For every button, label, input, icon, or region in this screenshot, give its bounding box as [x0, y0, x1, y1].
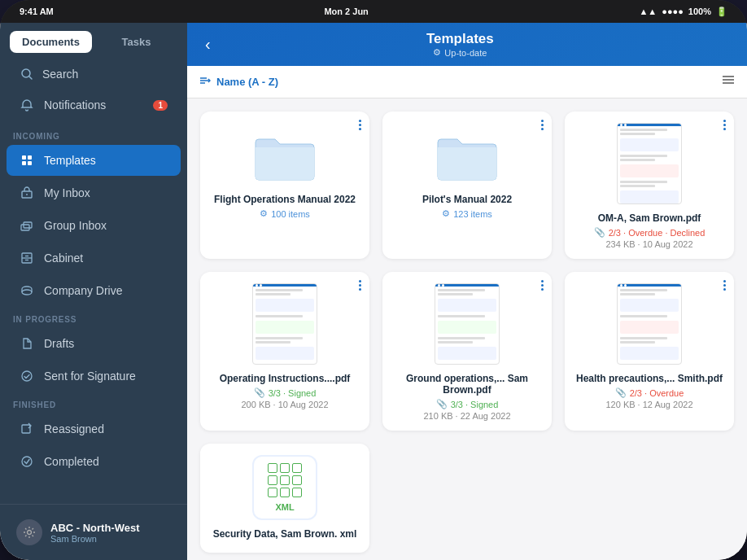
main-header: ‹ Templates ⚙ Up-to-date: [187, 23, 747, 66]
bell-icon: [20, 98, 34, 112]
svg-point-17: [22, 457, 32, 466]
card-menu-1[interactable]: [541, 120, 544, 130]
sidebar-bottom: ABC - North-West Sam Brown: [0, 504, 187, 560]
svg-rect-2: [22, 155, 26, 160]
cabinet-icon: [20, 251, 34, 265]
toolbar: Name (A - Z): [187, 66, 747, 98]
sidebar-tabs: Documents Tasks: [0, 23, 187, 59]
header-subtitle: ⚙ Up-to-date: [225, 47, 695, 58]
doc-icon-4: 📎: [436, 399, 448, 409]
sort-label: Name (A - Z): [216, 76, 278, 88]
card-menu-2[interactable]: [723, 120, 726, 130]
doc-icon-3: 📎: [254, 387, 265, 398]
file-card-3[interactable]: Operating Instructions....pdf 📎 3/3 · Si…: [200, 272, 369, 431]
toolbar-left: Name (A - Z): [199, 74, 278, 90]
sort-icon: [199, 74, 212, 90]
notifications-label: Notifications: [44, 98, 106, 112]
main-content: ‹ Templates ⚙ Up-to-date: [187, 23, 747, 560]
drive-icon: [20, 283, 34, 298]
svg-point-18: [28, 531, 32, 535]
sidebar-item-group-inbox[interactable]: Group Inbox: [7, 210, 181, 241]
file-size-4: 210 KB · 22 Aug 2022: [423, 411, 510, 421]
sidebar: Documents Tasks Search: [0, 23, 187, 560]
tab-documents[interactable]: Documents: [10, 31, 92, 53]
svg-point-14: [22, 290, 32, 295]
status-date: Mon 2 Jun: [324, 7, 368, 16]
sent-icon: [20, 369, 34, 383]
file-name-5: Health precautions,... Smith.pdf: [576, 373, 723, 384]
file-card-2[interactable]: OM-A, Sam Brown.pdf 📎 2/3 · Overdue · De…: [565, 112, 734, 259]
search-label: Search: [42, 68, 78, 81]
file-card-4[interactable]: Ground operations,... Sam Brown.pdf 📎 3/…: [382, 272, 552, 431]
file-name-2: OM-A, Sam Brown.pdf: [598, 212, 701, 224]
cabinet-label: Cabinet: [44, 252, 83, 265]
status-right: ▲▲ ●●●● 100% 🔋: [639, 7, 727, 17]
back-button[interactable]: ‹: [200, 33, 216, 55]
battery-icon: 🔋: [716, 7, 727, 17]
sidebar-item-templates[interactable]: Templates: [7, 145, 181, 176]
user-info: ABC - North-West Sam Brown: [50, 522, 140, 544]
file-size-3: 200 KB · 10 Aug 2022: [241, 400, 328, 409]
section-finished: FINISHED: [0, 392, 187, 413]
header-center: Templates ⚙ Up-to-date: [225, 31, 695, 58]
app-container: Documents Tasks Search: [0, 23, 747, 560]
drafts-label: Drafts: [44, 337, 74, 350]
sent-for-signature-label: Sent for Signature: [44, 370, 136, 383]
file-name-4: Ground operations,... Sam Brown.pdf: [392, 373, 542, 396]
battery-label: 100%: [688, 7, 711, 16]
file-meta-status-5: 📎 2/3 · Overdue: [615, 387, 684, 398]
user-profile[interactable]: ABC - North-West Sam Brown: [7, 513, 181, 552]
templates-label: Templates: [44, 154, 96, 167]
drafts-icon: [20, 336, 34, 351]
templates-icon: [20, 153, 34, 168]
link-icon-1: ⚙: [442, 208, 450, 219]
file-meta-1: ⚙ 123 items: [442, 208, 492, 219]
file-meta-status-3: 📎 3/3 · Signed: [254, 387, 317, 398]
sort-button[interactable]: Name (A - Z): [199, 74, 278, 90]
file-name-6: Security Data, Sam Brown. xml: [213, 528, 357, 540]
sidebar-item-sent-for-signature[interactable]: Sent for Signature: [7, 361, 181, 392]
file-card-0[interactable]: Flight Operations Manual 2022 ⚙ 100 item…: [200, 112, 369, 259]
doc-icon-5: 📎: [615, 387, 627, 398]
sidebar-item-drafts[interactable]: Drafts: [7, 328, 181, 359]
sidebar-item-cabinet[interactable]: Cabinet: [7, 243, 181, 273]
completed-icon: [20, 454, 34, 469]
file-name-1: Pilot's Manual 2022: [422, 194, 512, 205]
file-thumb-5: [617, 283, 682, 365]
svg-rect-16: [22, 425, 30, 433]
sidebar-item-reassigned[interactable]: Reassigned: [7, 413, 181, 444]
sidebar-search[interactable]: Search: [7, 60, 181, 88]
file-meta-status-2: 📎 2/3 · Overdue · Declined: [594, 227, 706, 238]
file-card-5[interactable]: Health precautions,... Smith.pdf 📎 2/3 ·…: [565, 272, 734, 431]
sidebar-item-my-inbox[interactable]: My Inbox: [7, 177, 181, 208]
card-menu-3[interactable]: [359, 280, 361, 291]
file-card-6[interactable]: XML Security Data, Sam Brown. xml: [200, 444, 369, 553]
settings-icon: [16, 519, 42, 545]
file-thumb-4: [435, 283, 500, 365]
search-icon: [20, 67, 34, 81]
signal-icon: ●●●●: [662, 7, 684, 16]
inbox-icon: [20, 186, 34, 200]
svg-rect-4: [22, 161, 26, 165]
link-icon-0: ⚙: [260, 208, 268, 219]
card-menu-4[interactable]: [541, 280, 544, 291]
card-menu-5[interactable]: [723, 280, 726, 291]
file-card-1[interactable]: Pilot's Manual 2022 ⚙ 123 items: [382, 112, 552, 259]
card-menu-0[interactable]: [359, 120, 361, 130]
user-sub: Sam Brown: [50, 534, 140, 544]
file-grid: Flight Operations Manual 2022 ⚙ 100 item…: [187, 98, 747, 560]
tab-tasks[interactable]: Tasks: [95, 31, 177, 53]
doc-icon-2: 📎: [594, 227, 605, 238]
file-size-2: 234 KB · 10 Aug 2022: [605, 239, 692, 249]
sidebar-item-notifications[interactable]: Notifications 1: [7, 90, 181, 120]
wifi-icon: ▲▲: [639, 7, 657, 16]
sidebar-item-company-drive[interactable]: Company Drive: [7, 275, 181, 306]
sidebar-item-completed[interactable]: Completed: [7, 446, 181, 477]
status-time: 9:41 AM: [20, 7, 54, 16]
reassigned-label: Reassigned: [44, 422, 104, 435]
menu-button[interactable]: [721, 72, 736, 91]
svg-point-15: [22, 371, 32, 381]
file-meta-status-4: 📎 3/3 · Signed: [436, 399, 499, 409]
notifications-badge: 1: [153, 100, 168, 111]
header-title: Templates: [225, 31, 695, 47]
